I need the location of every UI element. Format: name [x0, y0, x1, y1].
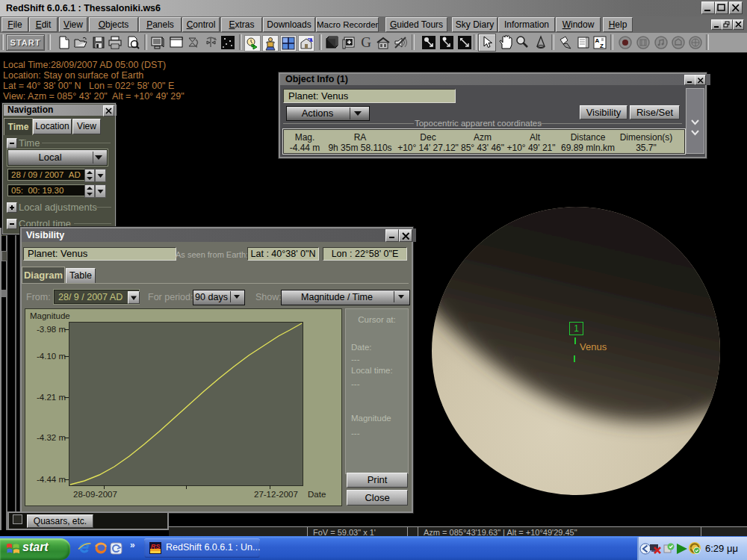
svg-text:A: A	[595, 37, 600, 44]
svg-text:G: G	[361, 35, 371, 50]
svg-text:RS: RS	[151, 543, 161, 550]
svg-text:Z: Z	[600, 43, 604, 49]
